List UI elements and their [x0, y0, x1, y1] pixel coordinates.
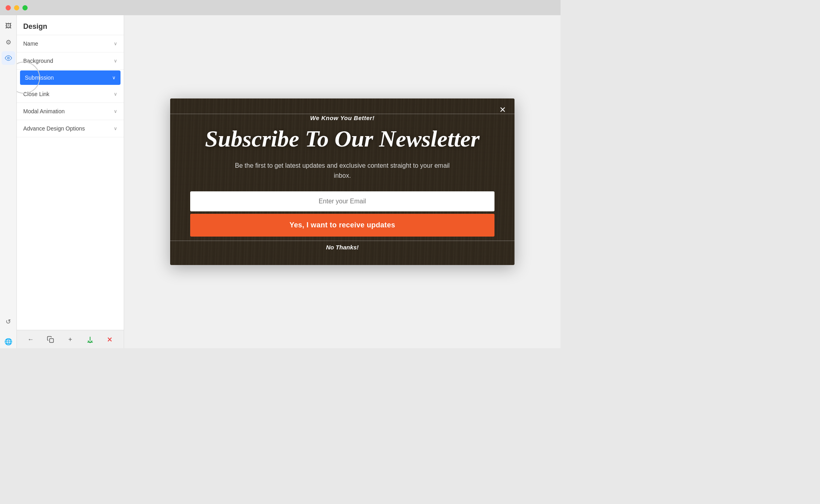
no-thanks-button[interactable]: No Thanks!	[190, 244, 494, 251]
chevron-icon: ∨	[114, 126, 117, 131]
sidebar-item-modal-animation[interactable]: Modal Animation ∨	[17, 103, 124, 120]
modal-content: We Know You Better! Subscribe To Our New…	[170, 98, 515, 265]
chevron-icon: ∨	[114, 91, 117, 97]
main-content: ✕ We Know You Better! Subscribe To Our N…	[124, 15, 561, 348]
chevron-icon: ∨	[114, 58, 117, 64]
minimize-window-button[interactable]	[14, 5, 19, 10]
panel-title: Design	[17, 15, 124, 35]
panel-menu: Name ∨ Background ∨ Submission ∨ Close L…	[17, 35, 124, 330]
image-icon-btn[interactable]: 🖼	[2, 19, 15, 33]
svg-rect-1	[50, 338, 54, 342]
modal-bottom-line	[170, 241, 515, 241]
chevron-icon: ∨	[114, 108, 117, 114]
chevron-icon: ∨	[112, 75, 116, 80]
sidebar-item-submission[interactable]: Submission ∨	[20, 70, 121, 85]
close-window-button[interactable]	[6, 5, 11, 10]
maximize-window-button[interactable]	[22, 5, 28, 10]
newsletter-modal: ✕ We Know You Better! Subscribe To Our N…	[170, 98, 515, 265]
modal-tagline: We Know You Better!	[190, 114, 494, 121]
app-body: 🖼 ⚙ ↺ 🌐 Design Name ∨ Background ∨	[0, 15, 561, 348]
globe-icon-btn[interactable]: 🌐	[2, 335, 15, 348]
add-button[interactable]: +	[64, 333, 76, 345]
title-bar	[0, 0, 561, 15]
sidebar-item-close-link[interactable]: Close Link ∨	[17, 86, 124, 103]
modal-description: Be the first to get latest updates and e…	[226, 161, 458, 181]
gear-icon-btn[interactable]: ⚙	[2, 35, 15, 49]
back-button[interactable]: ←	[25, 333, 37, 345]
submit-button[interactable]: Yes, I want to receive updates	[190, 214, 494, 237]
close-button[interactable]	[104, 333, 116, 345]
sidebar-item-name[interactable]: Name ∨	[17, 35, 124, 52]
svg-point-0	[7, 57, 9, 59]
modal-title: Subscribe To Our Newsletter	[190, 126, 494, 152]
email-input[interactable]	[190, 191, 494, 211]
bottom-toolbar: ← +	[17, 330, 124, 348]
sidebar-item-background[interactable]: Background ∨	[17, 52, 124, 70]
modal-close-button[interactable]: ✕	[497, 104, 508, 115]
refresh-icon-btn[interactable]: ↺	[2, 315, 15, 328]
chevron-icon: ∨	[114, 41, 117, 46]
submission-wrap: Submission ∨	[17, 70, 124, 85]
icon-sidebar: 🖼 ⚙ ↺ 🌐	[0, 15, 17, 348]
left-panel: Design Name ∨ Background ∨ Submission ∨ …	[17, 15, 124, 348]
duplicate-button[interactable]	[44, 333, 56, 345]
modal-top-line	[170, 114, 515, 114]
sidebar-item-advance-design[interactable]: Advance Design Options ∨	[17, 120, 124, 137]
eye-icon-btn[interactable]	[2, 51, 15, 65]
download-button[interactable]	[84, 333, 96, 345]
